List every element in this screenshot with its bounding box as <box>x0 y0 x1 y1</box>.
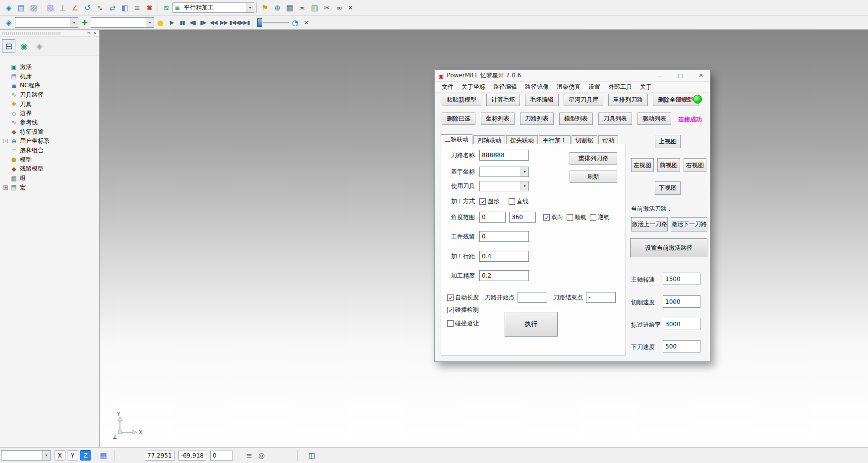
bidirectional-option[interactable]: 双向 <box>543 213 563 222</box>
stock-edit-button[interactable]: 毛坯编辑 <box>525 94 559 106</box>
tree-item-levels[interactable]: ≡ 层和组合 <box>0 146 99 155</box>
refresh-button[interactable]: 刷新 <box>570 171 617 183</box>
activate-next-toolpath-button[interactable]: 激活下一刀路 <box>671 217 707 232</box>
reorder-toolpaths-panel-button[interactable]: 重排列刀路 <box>570 152 617 165</box>
workplane-edit-icon[interactable]: ⊕ <box>271 2 284 14</box>
start-point-input[interactable] <box>518 292 547 303</box>
menu-settings[interactable]: 设置 <box>584 82 604 92</box>
shield-icon[interactable]: ◈ <box>33 39 46 53</box>
tree-item-machine-tool[interactable]: ▤ 机床 <box>0 72 99 81</box>
menu-render-sim[interactable]: 渲染仿真 <box>553 82 584 92</box>
auto-length-option[interactable]: 自动长度 <box>447 293 479 302</box>
float-panel-icon[interactable]: ▫ <box>86 30 92 36</box>
chevron-down-icon[interactable] <box>246 3 254 12</box>
view-bottom-button[interactable]: 下视图 <box>655 181 681 195</box>
status-combo[interactable] <box>1 450 51 461</box>
angle-to-input[interactable] <box>509 212 536 223</box>
bidirectional-checkbox[interactable] <box>543 214 550 221</box>
tree-item-groups[interactable]: ▦ 组 <box>0 174 99 183</box>
close-panel-icon[interactable]: ✕ <box>92 30 98 36</box>
print-icon[interactable]: ▨ <box>27 2 40 14</box>
spectacles-icon[interactable]: ∞ <box>333 2 346 14</box>
go-end-icon[interactable]: ▶▶▮ <box>239 17 250 29</box>
delete-selected-button[interactable]: 删除已选 <box>442 113 475 125</box>
tree-item-patterns[interactable]: ∿ 参考线 <box>0 118 99 127</box>
stepover-input[interactable] <box>479 251 529 262</box>
cursor-target-icon[interactable]: ◎ <box>255 450 268 462</box>
chevron-down-icon[interactable] <box>42 451 50 460</box>
maximize-button[interactable]: □ <box>671 70 689 81</box>
chevron-down-icon[interactable] <box>521 167 528 176</box>
tree-item-toolpaths[interactable]: ∿ 刀具路径 <box>0 90 99 100</box>
project-icon[interactable]: ◈ <box>2 2 15 14</box>
tree-item-nc-programs[interactable]: ≣ NC程序 <box>0 81 99 90</box>
pages-icon[interactable]: ◫ <box>306 450 318 462</box>
spindle-speed-input[interactable] <box>663 273 700 285</box>
auto-length-checkbox[interactable] <box>447 294 454 301</box>
activate-prev-toolpath-button[interactable]: 激活上一刀路 <box>631 217 668 232</box>
reorder-toolpaths-button[interactable]: 重排列刀路 <box>608 94 648 106</box>
menu-path-mirror[interactable]: 路径镜像 <box>521 82 553 92</box>
close-button[interactable]: ✕ <box>692 70 710 81</box>
step-forward-icon[interactable]: ▮▶ <box>198 17 208 29</box>
expander-icon[interactable] <box>3 139 8 143</box>
line-checkbox[interactable] <box>509 198 515 205</box>
climb-mill-option[interactable]: 顺铣 <box>567 213 586 222</box>
block-icon[interactable]: ▧ <box>44 2 57 14</box>
based-coord-combo[interactable] <box>479 167 529 177</box>
model-list-button[interactable]: 模型列表 <box>559 113 593 125</box>
menu-external-tools[interactable]: 外部工具 <box>604 82 636 92</box>
delete-icon[interactable]: ✖ <box>143 2 156 14</box>
toolpath-list-button[interactable]: 刀路列表 <box>520 113 554 125</box>
menu-file[interactable]: 文件 <box>438 82 458 92</box>
slider-track[interactable] <box>263 22 289 23</box>
tree-item-activate[interactable]: ▣ 激活 <box>0 62 99 72</box>
undo-icon[interactable]: ↺ <box>81 2 94 14</box>
grid-icon[interactable]: ▦ <box>97 450 110 462</box>
tree-item-models[interactable]: ● 模型 <box>0 155 99 165</box>
execute-button[interactable]: 执行 <box>505 312 558 337</box>
expander-icon[interactable] <box>3 185 8 190</box>
rewind-icon[interactable]: ◀◀ <box>208 17 219 29</box>
simulation-speed-slider[interactable] <box>257 18 289 27</box>
measure-icon[interactable]: ∠ <box>69 2 81 14</box>
collision-avoid-option[interactable]: 碰撞避让 <box>447 319 479 328</box>
sim-toolpath-combo[interactable] <box>15 17 78 28</box>
drive-list-button[interactable]: 驱动列表 <box>637 113 671 125</box>
view-left-button[interactable]: 左视图 <box>631 158 654 172</box>
tree-item-boundaries[interactable]: ◇ 边界 <box>0 109 99 118</box>
delete-all-models-button[interactable]: 删除全部模型 <box>653 94 698 106</box>
scissors-icon[interactable]: ✂ <box>321 2 333 14</box>
menu-about-coords[interactable]: 关于坐标 <box>458 82 489 92</box>
world-icon[interactable]: ◉ <box>17 39 31 53</box>
toolpath-name-input[interactable] <box>479 150 529 161</box>
statistics-icon[interactable]: ▥ <box>308 2 321 14</box>
compute-stock-button[interactable]: 计算毛坯 <box>486 94 520 106</box>
paste-new-model-button[interactable]: 粘贴新模型 <box>442 94 481 106</box>
chevron-down-icon[interactable] <box>70 18 78 27</box>
strategies-icon[interactable]: ≋ <box>160 2 173 14</box>
fast-forward-icon[interactable]: ▶▶ <box>219 17 229 29</box>
sim-project-icon[interactable]: ◈ <box>2 17 15 29</box>
toolbar-close-icon[interactable]: ✕ <box>346 2 355 14</box>
use-tool-combo[interactable] <box>479 181 529 191</box>
end-point-input[interactable] <box>586 292 616 303</box>
tree-item-macros[interactable]: ▤ 宏 <box>0 183 99 192</box>
curve-icon[interactable]: ∿ <box>94 2 106 14</box>
sim-tools-icon[interactable]: ✚ <box>78 17 91 29</box>
coords-list-button[interactable]: 坐标列表 <box>481 113 515 125</box>
tree-item-stock-models[interactable]: ◆ 残留模型 <box>0 165 99 174</box>
axis-x-button[interactable]: X <box>54 450 65 461</box>
step-back-icon[interactable]: ◀▮ <box>187 17 198 29</box>
go-start-icon[interactable]: ▮◀◀ <box>229 17 239 29</box>
menu-about[interactable]: 关于 <box>636 82 656 92</box>
tool-library-button[interactable]: 星河刀具库 <box>564 94 603 106</box>
conventional-mill-checkbox[interactable] <box>590 214 596 221</box>
dialog-title-bar[interactable]: PowerMILL 忆梦星河 7.0.6 — □ ✕ <box>435 70 710 82</box>
climb-mill-checkbox[interactable] <box>567 214 573 221</box>
view-top-button[interactable]: 上视图 <box>655 135 681 148</box>
coordinate-z-field[interactable]: 0 <box>210 451 233 461</box>
view-right-button[interactable]: 右视图 <box>684 158 706 172</box>
minimize-button[interactable]: — <box>650 70 668 81</box>
flag-icon[interactable]: ⚑ <box>259 2 271 14</box>
